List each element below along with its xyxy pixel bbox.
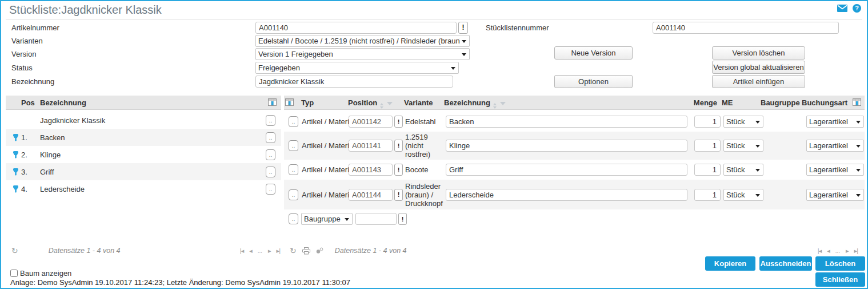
position-input[interactable] [355,213,397,225]
kopieren-button[interactable]: Kopieren [705,256,755,271]
stuecklistennummer-input[interactable] [653,22,839,34]
column-chooser-icon[interactable] [853,98,861,108]
buchungsart-select-control[interactable]: Lagerartikel [807,164,863,175]
menge-input[interactable] [694,116,721,128]
buchungsart-select-control[interactable]: Lagerartikel [807,189,863,200]
key-figures-icon[interactable] [316,247,323,254]
position-lookup-button[interactable]: ! [394,140,403,152]
print-icon[interactable] [302,247,310,255]
buchungsart-select-control[interactable]: Lagerartikel [807,140,863,151]
row-menu-button[interactable]: .. [266,115,275,126]
buchungsart-select[interactable]: Lagerartikel [806,189,864,201]
bezeichnung-input[interactable] [446,189,687,201]
refresh-icon[interactable]: ↻ [11,247,18,255]
me-select-control[interactable]: Stück [724,189,763,200]
sort-icon[interactable] [380,103,383,109]
table-row[interactable]: Jagdknicker Klassik .. [6,112,281,129]
new-entry-row: .. Baugruppe ! [284,209,865,228]
row-menu-button[interactable]: .. [266,167,275,177]
first-page-icon[interactable]: |◂ [818,247,821,255]
table-row[interactable]: 1. Backen .. [6,129,281,146]
next-page-icon[interactable]: ▸ [846,247,849,255]
menge-input[interactable] [694,164,721,176]
row-menu-button[interactable]: .. [289,213,298,224]
bezeichnung-input[interactable] [446,164,687,176]
prev-page-icon[interactable]: ◂ [249,247,252,255]
row-menu-button[interactable]: .. [289,116,298,127]
col-position-label: Position [348,98,377,107]
buchungsart-select[interactable]: Lagerartikel [806,140,864,152]
version-global-aktualisieren-button[interactable]: Version global aktualisieren [712,61,805,74]
table-row[interactable]: 3. Griff .. [6,163,281,180]
menge-input[interactable] [694,140,721,152]
bezeichnung-input[interactable] [446,140,687,152]
table-row[interactable]: 4. Lederscheide .. [6,180,281,197]
version-select[interactable]: Version 1 Freigegeben [255,48,470,60]
last-page-icon[interactable]: ▸| [277,247,280,255]
col-pos: Pos [21,98,35,107]
row-menu-button[interactable]: .. [266,184,275,195]
bezeichnung-input[interactable] [255,76,453,88]
position-lookup-button[interactable]: ! [398,213,407,225]
bezeichnung-input[interactable] [446,116,687,128]
row-menu-button[interactable]: .. [289,140,298,151]
sort-icon[interactable] [493,103,497,109]
me-select[interactable]: Stück [723,140,763,152]
version-select-control[interactable]: Version 1 Freigegeben [256,49,469,60]
buchungsart-select-control[interactable]: Lagerartikel [807,116,863,127]
position-lookup-button[interactable]: ! [394,189,403,201]
refresh-icon[interactable]: ↻ [290,247,297,255]
position-input[interactable] [349,164,393,176]
row-menu-button[interactable]: .. [289,189,298,200]
me-select-control[interactable]: Stück [724,116,763,127]
me-select-control[interactable]: Stück [724,140,763,151]
ausschneiden-button[interactable]: Ausschneiden [759,256,812,271]
position-input[interactable] [349,140,393,152]
varianten-select-control[interactable]: Edelstahl / Bocote / 1.2519 (nicht rostf… [256,35,469,46]
artikelnummer-input[interactable] [255,22,457,34]
mail-icon[interactable] [837,5,847,12]
artikel-einfuegen-button[interactable]: Artikel einfügen [712,75,805,88]
filter-funnel-icon[interactable] [500,102,506,105]
me-select-control[interactable]: Stück [724,164,763,175]
row-pos: 2. [21,151,27,159]
buchungsart-select[interactable]: Lagerartikel [806,116,864,128]
filter-funnel-icon[interactable] [387,102,393,105]
buchungsart-select[interactable]: Lagerartikel [806,164,864,176]
neue-version-button[interactable]: Neue Version [554,46,633,60]
schliessen-button[interactable]: Schließen [815,272,865,287]
position-input[interactable] [349,189,393,201]
row-menu-button[interactable]: .. [266,149,275,160]
first-page-icon[interactable]: |◂ [240,247,243,255]
status-select-control[interactable]: Freigegeben [256,62,458,73]
row-menu-button[interactable]: .. [266,132,275,143]
loeschen-button[interactable]: Löschen [815,256,865,271]
baum-anzeigen-checkbox[interactable] [10,270,18,277]
table-row: .. Artikel / Material ! Bocote Stück Lag… [284,160,865,180]
prev-page-icon[interactable]: ◂ [827,247,830,255]
help-icon[interactable]: ? [853,4,861,13]
version-loeschen-button[interactable]: Version löschen [712,46,805,60]
varianten-select[interactable]: Edelstahl / Bocote / 1.2519 (nicht rostf… [255,35,470,47]
column-chooser-icon[interactable] [268,98,277,108]
row-label: Backen [40,133,65,142]
row-menu-button[interactable]: .. [289,164,298,175]
menge-input[interactable] [694,189,721,201]
table-row[interactable]: 2. Klinge .. [6,146,281,163]
optionen-button[interactable]: Optionen [554,75,633,88]
next-page-icon[interactable]: ▸ [268,247,271,255]
position-lookup-button[interactable]: ! [394,116,403,128]
col-bezeichnung: Bezeichnung [444,98,506,109]
column-chooser-icon[interactable] [285,98,294,108]
artikelnummer-lookup-button[interactable]: ! [458,22,468,34]
status-select[interactable]: Freigegeben [255,62,459,74]
me-select[interactable]: Stück [723,189,763,201]
me-select[interactable]: Stück [723,164,763,176]
me-select[interactable]: Stück [723,116,763,128]
page-title: Stückliste:Jagdknicker Klassik [9,3,162,17]
position-lookup-button[interactable]: ! [394,164,403,176]
typ-select[interactable]: Baugruppe [301,213,353,225]
last-page-icon[interactable]: ▸| [854,247,858,255]
position-input[interactable] [349,116,393,128]
typ-select-control[interactable]: Baugruppe [302,213,352,224]
